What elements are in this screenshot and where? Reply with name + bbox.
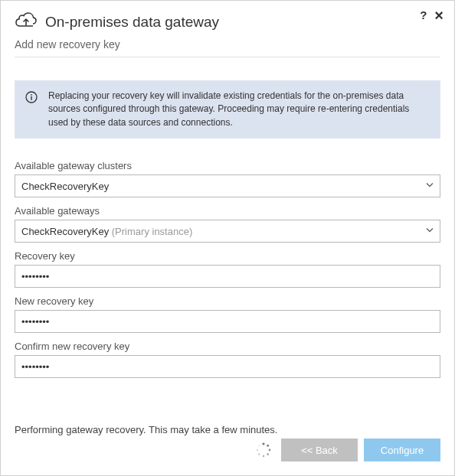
help-icon[interactable]: ? (420, 8, 427, 21)
clusters-value: CheckRecoveryKey (21, 181, 109, 192)
gateway-window: ? × On-premises data gateway Add new rec… (0, 0, 455, 476)
clusters-label: Available gateway clusters (15, 160, 440, 171)
new-recovery-key-input[interactable] (15, 310, 440, 333)
svg-point-5 (269, 449, 271, 452)
svg-point-10 (258, 445, 260, 446)
info-icon (25, 91, 38, 106)
svg-point-6 (267, 453, 269, 455)
svg-point-7 (263, 455, 264, 457)
divider (15, 57, 440, 57)
info-banner: Replacing your recovery key will invalid… (15, 80, 440, 139)
status-text: Performing gateway recovery. This may ta… (15, 424, 440, 435)
info-banner-text: Replacing your recovery key will invalid… (48, 90, 430, 129)
clusters-select-wrap: CheckRecoveryKey (15, 174, 440, 197)
header: On-premises data gateway (15, 11, 440, 32)
svg-point-1 (31, 94, 32, 96)
svg-rect-2 (31, 96, 31, 100)
gateways-select[interactable]: CheckRecoveryKey (Primary instance) (15, 220, 440, 243)
configure-button[interactable]: Configure (364, 439, 440, 461)
titlebar-icons: ? × (420, 8, 444, 21)
close-icon[interactable]: × (434, 10, 444, 21)
spinner-icon (255, 442, 272, 458)
gateways-suffix: (Primary instance) (112, 226, 192, 237)
confirm-recovery-key-input[interactable] (15, 355, 440, 378)
gateways-value: CheckRecoveryKey (21, 226, 109, 237)
footer: Performing gateway recovery. This may ta… (15, 424, 440, 461)
recovery-key-label: Recovery key (15, 250, 440, 262)
gateways-select-wrap: CheckRecoveryKey (Primary instance) (15, 220, 440, 243)
svg-point-3 (262, 442, 264, 445)
page-title: On-premises data gateway (45, 14, 219, 31)
cloud-icon (15, 11, 38, 32)
new-recovery-key-label: New recovery key (15, 295, 440, 307)
svg-point-9 (257, 449, 258, 451)
recovery-key-input[interactable] (15, 265, 440, 288)
action-row: << Back Configure (15, 439, 440, 461)
clusters-select[interactable]: CheckRecoveryKey (15, 174, 440, 197)
svg-point-4 (267, 445, 269, 447)
gateways-label: Available gateways (15, 205, 440, 217)
svg-point-8 (258, 454, 260, 455)
back-button[interactable]: << Back (281, 439, 358, 461)
page-subtitle: Add new recovery key (15, 38, 440, 51)
confirm-recovery-key-label: Confirm new recovery key (15, 341, 440, 352)
